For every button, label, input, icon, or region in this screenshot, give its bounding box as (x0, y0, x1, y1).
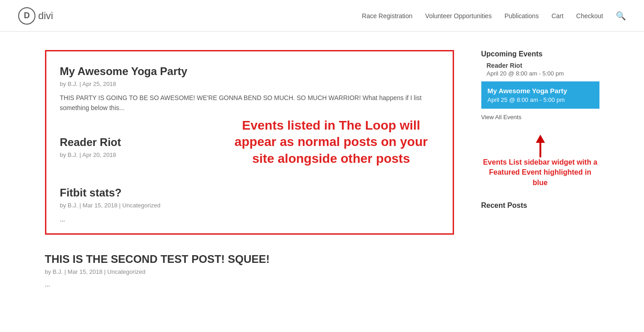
loop-box: My Awesome Yoga Party by B.J. | Apr 25, … (45, 50, 454, 235)
upcoming-events-widget: Upcoming Events Reader Riot April 20 @ 8… (481, 50, 599, 121)
post-3-excerpt: ... (60, 214, 439, 224)
site-logo[interactable]: D divi (18, 7, 53, 25)
sidebar: Upcoming Events Reader Riot April 20 @ 8… (481, 50, 599, 302)
loop-box-wrapper: My Awesome Yoga Party by B.J. | Apr 25, … (45, 50, 454, 235)
nav-cart[interactable]: Cart (551, 12, 563, 20)
recent-posts-title: Recent Posts (481, 201, 599, 210)
nav-volunteer-opportunities[interactable]: Volunteer Opportunities (425, 12, 492, 20)
nav-race-registration[interactable]: Race Registration (362, 12, 412, 20)
logo-icon: D (18, 7, 35, 25)
standalone-post-title[interactable]: THIS IS THE SECOND TEST POST! SQUEE! (45, 253, 454, 266)
featured-event-title: My Awesome Yoga Party (488, 87, 593, 95)
recent-posts-widget: Recent Posts (481, 201, 599, 210)
nav-checkout[interactable]: Checkout (576, 12, 603, 20)
post-1-title[interactable]: My Awesome Yoga Party (60, 65, 439, 78)
post-3-meta: by B.J. | Mar 15, 2018 | Uncategorized (60, 202, 439, 209)
sidebar-annotation-text: Events List sidebar widget with a Featur… (481, 157, 599, 188)
loop-post-3: Fitbit stats? by B.J. | Mar 15, 2018 | U… (60, 186, 439, 224)
post-1-meta: by B.J. | Apr 25, 2018 (60, 80, 439, 87)
page-layout: My Awesome Yoga Party by B.J. | Apr 25, … (27, 32, 618, 320)
post-2-title[interactable]: Reader Riot (60, 136, 439, 149)
svg-marker-1 (536, 135, 545, 143)
featured-event[interactable]: My Awesome Yoga Party April 25 @ 8:00 am… (481, 81, 599, 109)
post-1-excerpt: THIS PARTY IS GOING TO BE SO AWESOME! WE… (60, 93, 439, 113)
event-1-title[interactable]: Reader Riot (481, 62, 599, 69)
event-1: Reader Riot April 20 @ 8:00 am - 5:00 pm (481, 62, 599, 77)
red-arrow-icon (534, 135, 547, 157)
site-header: D divi Race Registration Volunteer Oppor… (0, 0, 644, 32)
loop-post-2: Reader Riot by B.J. | Apr 20, 2018 (60, 136, 439, 173)
loop-post-1: My Awesome Yoga Party by B.J. | Apr 25, … (60, 65, 439, 122)
nav-publications[interactable]: Publications (504, 12, 539, 20)
featured-event-date: April 25 @ 8:00 am - 5:00 pm (488, 96, 593, 103)
standalone-post-meta: by B.J. | Mar 15, 2018 | Uncategorized (45, 268, 454, 275)
search-icon[interactable]: 🔍 (616, 11, 626, 21)
post-3-title[interactable]: Fitbit stats? (60, 186, 439, 199)
main-content: My Awesome Yoga Party by B.J. | Apr 25, … (45, 50, 454, 302)
main-nav: Race Registration Volunteer Opportunitie… (362, 11, 626, 21)
standalone-post-ellipsis: ... (45, 281, 454, 288)
sidebar-annotation-wrapper: Events List sidebar widget with a Featur… (481, 135, 599, 188)
logo-name: divi (38, 10, 53, 22)
upcoming-events-title: Upcoming Events (481, 50, 599, 58)
standalone-post: THIS IS THE SECOND TEST POST! SQUEE! by … (45, 253, 454, 288)
post-2-meta: by B.J. | Apr 20, 2018 (60, 151, 439, 158)
view-all-events-link[interactable]: View All Events (481, 114, 522, 121)
event-1-date: April 20 @ 8:00 am - 5:00 pm (481, 70, 599, 77)
